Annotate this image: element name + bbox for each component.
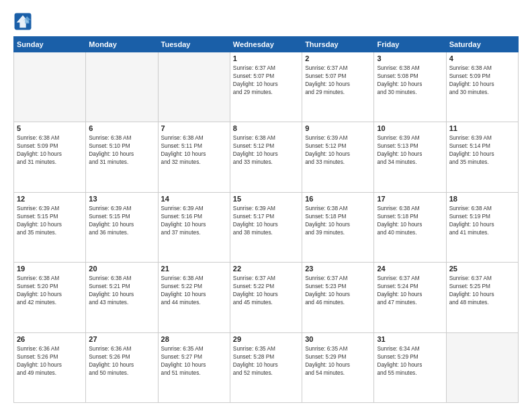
day-info: Sunrise: 6:39 AM Sunset: 5:14 PM Dayligh… [449, 134, 515, 166]
calendar-cell: 26Sunrise: 6:36 AM Sunset: 5:26 PM Dayli… [14, 332, 86, 402]
day-number: 27 [89, 335, 154, 343]
calendar-cell: 6Sunrise: 6:38 AM Sunset: 5:10 PM Daylig… [86, 122, 158, 192]
day-info: Sunrise: 6:35 AM Sunset: 5:28 PM Dayligh… [233, 345, 299, 377]
calendar-cell: 22Sunrise: 6:37 AM Sunset: 5:22 PM Dayli… [230, 263, 302, 332]
day-info: Sunrise: 6:38 AM Sunset: 5:19 PM Dayligh… [449, 204, 515, 236]
day-number: 8 [233, 124, 299, 132]
calendar-cell: 23Sunrise: 6:37 AM Sunset: 5:23 PM Dayli… [302, 263, 374, 332]
calendar-cell: 31Sunrise: 6:34 AM Sunset: 5:29 PM Dayli… [374, 332, 446, 402]
day-number: 26 [17, 335, 83, 343]
weekday-header-row: SundayMondayTuesdayWednesdayThursdayFrid… [14, 37, 519, 52]
calendar-cell: 13Sunrise: 6:39 AM Sunset: 5:15 PM Dayli… [86, 192, 158, 262]
week-row-3: 19Sunrise: 6:38 AM Sunset: 5:20 PM Dayli… [14, 263, 519, 332]
calendar-cell [446, 332, 518, 402]
weekday-saturday: Saturday [446, 37, 518, 52]
day-info: Sunrise: 6:39 AM Sunset: 5:15 PM Dayligh… [17, 204, 83, 236]
day-number: 20 [89, 265, 154, 273]
logo [13, 12, 35, 31]
day-number: 21 [161, 265, 227, 273]
day-info: Sunrise: 6:35 AM Sunset: 5:27 PM Dayligh… [161, 345, 227, 377]
calendar-cell: 21Sunrise: 6:38 AM Sunset: 5:22 PM Dayli… [158, 263, 230, 332]
calendar-cell: 30Sunrise: 6:35 AM Sunset: 5:29 PM Dayli… [302, 332, 374, 402]
day-info: Sunrise: 6:37 AM Sunset: 5:24 PM Dayligh… [377, 274, 443, 306]
day-number: 18 [449, 195, 515, 203]
weekday-monday: Monday [86, 37, 158, 52]
day-info: Sunrise: 6:39 AM Sunset: 5:12 PM Dayligh… [305, 134, 371, 166]
day-number: 15 [233, 195, 299, 203]
weekday-tuesday: Tuesday [158, 37, 230, 52]
day-info: Sunrise: 6:38 AM Sunset: 5:21 PM Dayligh… [89, 274, 154, 306]
day-number: 6 [89, 124, 154, 132]
calendar-page: SundayMondayTuesdayWednesdayThursdayFrid… [0, 0, 532, 411]
day-number: 25 [449, 265, 515, 273]
weekday-wednesday: Wednesday [230, 37, 302, 52]
day-number: 9 [305, 124, 371, 132]
day-info: Sunrise: 6:38 AM Sunset: 5:09 PM Dayligh… [17, 134, 83, 166]
day-number: 10 [377, 124, 443, 132]
calendar-cell: 28Sunrise: 6:35 AM Sunset: 5:27 PM Dayli… [158, 332, 230, 402]
day-info: Sunrise: 6:34 AM Sunset: 5:29 PM Dayligh… [377, 345, 443, 377]
day-info: Sunrise: 6:38 AM Sunset: 5:20 PM Dayligh… [17, 274, 83, 306]
calendar-cell: 2Sunrise: 6:37 AM Sunset: 5:07 PM Daylig… [302, 52, 374, 122]
calendar-cell: 1Sunrise: 6:37 AM Sunset: 5:07 PM Daylig… [230, 52, 302, 122]
day-number: 22 [233, 265, 299, 273]
calendar-cell: 12Sunrise: 6:39 AM Sunset: 5:15 PM Dayli… [14, 192, 86, 262]
week-row-1: 5Sunrise: 6:38 AM Sunset: 5:09 PM Daylig… [14, 122, 519, 192]
calendar-cell: 3Sunrise: 6:38 AM Sunset: 5:08 PM Daylig… [374, 52, 446, 122]
calendar-cell: 17Sunrise: 6:38 AM Sunset: 5:18 PM Dayli… [374, 192, 446, 262]
weekday-sunday: Sunday [14, 37, 86, 52]
calendar-cell: 8Sunrise: 6:38 AM Sunset: 5:12 PM Daylig… [230, 122, 302, 192]
day-number: 29 [233, 335, 299, 343]
day-number: 30 [305, 335, 371, 343]
day-info: Sunrise: 6:38 AM Sunset: 5:10 PM Dayligh… [89, 134, 154, 166]
day-info: Sunrise: 6:37 AM Sunset: 5:23 PM Dayligh… [305, 274, 371, 306]
calendar-cell: 20Sunrise: 6:38 AM Sunset: 5:21 PM Dayli… [86, 263, 158, 332]
calendar-cell: 19Sunrise: 6:38 AM Sunset: 5:20 PM Dayli… [14, 263, 86, 332]
day-info: Sunrise: 6:39 AM Sunset: 5:13 PM Dayligh… [377, 134, 443, 166]
calendar-cell: 18Sunrise: 6:38 AM Sunset: 5:19 PM Dayli… [446, 192, 518, 262]
top-section [13, 12, 519, 31]
day-info: Sunrise: 6:37 AM Sunset: 5:22 PM Dayligh… [233, 274, 299, 306]
calendar-cell: 5Sunrise: 6:38 AM Sunset: 5:09 PM Daylig… [14, 122, 86, 192]
calendar-cell: 25Sunrise: 6:37 AM Sunset: 5:25 PM Dayli… [446, 263, 518, 332]
calendar-cell: 14Sunrise: 6:39 AM Sunset: 5:16 PM Dayli… [158, 192, 230, 262]
day-info: Sunrise: 6:39 AM Sunset: 5:17 PM Dayligh… [233, 204, 299, 236]
weekday-friday: Friday [374, 37, 446, 52]
calendar-cell: 10Sunrise: 6:39 AM Sunset: 5:13 PM Dayli… [374, 122, 446, 192]
day-number: 1 [233, 54, 299, 62]
day-number: 13 [89, 195, 154, 203]
day-number: 17 [377, 195, 443, 203]
calendar-cell: 7Sunrise: 6:38 AM Sunset: 5:11 PM Daylig… [158, 122, 230, 192]
day-number: 5 [17, 124, 83, 132]
day-info: Sunrise: 6:37 AM Sunset: 5:25 PM Dayligh… [449, 274, 515, 306]
day-number: 11 [449, 124, 515, 132]
calendar-cell [158, 52, 230, 122]
day-info: Sunrise: 6:38 AM Sunset: 5:18 PM Dayligh… [305, 204, 371, 236]
week-row-4: 26Sunrise: 6:36 AM Sunset: 5:26 PM Dayli… [14, 332, 519, 402]
calendar-cell: 11Sunrise: 6:39 AM Sunset: 5:14 PM Dayli… [446, 122, 518, 192]
day-info: Sunrise: 6:35 AM Sunset: 5:29 PM Dayligh… [305, 345, 371, 377]
calendar-cell: 24Sunrise: 6:37 AM Sunset: 5:24 PM Dayli… [374, 263, 446, 332]
day-info: Sunrise: 6:38 AM Sunset: 5:22 PM Dayligh… [161, 274, 227, 306]
logo-icon [13, 12, 32, 31]
day-info: Sunrise: 6:38 AM Sunset: 5:08 PM Dayligh… [377, 64, 443, 96]
weekday-thursday: Thursday [302, 37, 374, 52]
day-info: Sunrise: 6:39 AM Sunset: 5:15 PM Dayligh… [89, 204, 154, 236]
calendar-table: SundayMondayTuesdayWednesdayThursdayFrid… [13, 36, 519, 403]
calendar-cell: 16Sunrise: 6:38 AM Sunset: 5:18 PM Dayli… [302, 192, 374, 262]
day-number: 4 [449, 54, 515, 62]
day-info: Sunrise: 6:37 AM Sunset: 5:07 PM Dayligh… [233, 64, 299, 96]
week-row-2: 12Sunrise: 6:39 AM Sunset: 5:15 PM Dayli… [14, 192, 519, 262]
day-info: Sunrise: 6:37 AM Sunset: 5:07 PM Dayligh… [305, 64, 371, 96]
day-number: 2 [305, 54, 371, 62]
calendar-cell: 4Sunrise: 6:38 AM Sunset: 5:09 PM Daylig… [446, 52, 518, 122]
day-number: 28 [161, 335, 227, 343]
calendar-cell: 9Sunrise: 6:39 AM Sunset: 5:12 PM Daylig… [302, 122, 374, 192]
calendar-cell [14, 52, 86, 122]
day-number: 12 [17, 195, 83, 203]
day-number: 31 [377, 335, 443, 343]
day-number: 3 [377, 54, 443, 62]
day-info: Sunrise: 6:38 AM Sunset: 5:09 PM Dayligh… [449, 64, 515, 96]
day-number: 24 [377, 265, 443, 273]
day-info: Sunrise: 6:36 AM Sunset: 5:26 PM Dayligh… [89, 345, 154, 377]
